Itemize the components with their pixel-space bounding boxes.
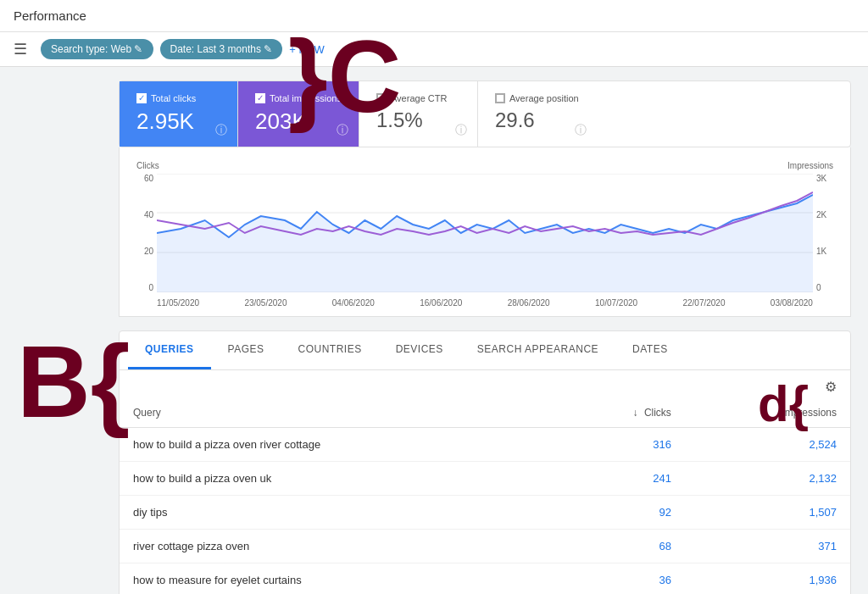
- cell-clicks: 316: [553, 428, 685, 462]
- table-actions: d{ ⚙: [120, 370, 850, 398]
- cell-query: diy tips: [120, 496, 553, 530]
- date-filter[interactable]: Date: Last 3 months ✎: [160, 39, 283, 59]
- checkbox-ctr: [376, 93, 387, 103]
- tab-countries[interactable]: COUNTRIES: [281, 331, 378, 369]
- metric-impressions-label: ✓ Total impressions: [255, 93, 342, 103]
- info-icon-impressions: ⓘ: [337, 123, 348, 138]
- table-section: B{ QUERIES PAGES COUNTRIES DEVICES SEARC…: [119, 330, 851, 594]
- main-content: A{ ✓ Total clicks 2.95K ⓘ: [0, 67, 868, 594]
- cell-impressions: 1,936: [685, 563, 850, 595]
- tab-pages[interactable]: PAGES: [211, 331, 281, 369]
- table-row[interactable]: how to build a pizza oven uk 241 2,132: [120, 462, 850, 496]
- metric-ctr-label: Average CTR: [376, 93, 460, 103]
- chart-svg-area: [157, 174, 813, 295]
- metrics-row: ✓ Total clicks 2.95K ⓘ ✓ Total impressio…: [119, 80, 851, 147]
- metric-average-ctr[interactable]: Average CTR 1.5% ⓘ: [359, 81, 478, 147]
- sort-down-icon: ↓: [633, 407, 638, 419]
- tab-queries[interactable]: QUERIES: [128, 331, 211, 369]
- y-right-labels: 3K 2K 1K 0: [816, 174, 833, 292]
- metrics-section: ✓ Total clicks 2.95K ⓘ ✓ Total impressio…: [119, 80, 851, 317]
- info-icon-position: ⓘ: [575, 123, 587, 138]
- cell-clicks: 68: [553, 530, 685, 563]
- tab-devices[interactable]: DEVICES: [379, 331, 460, 369]
- svg-marker-4: [157, 195, 813, 292]
- cell-impressions: 1,507: [685, 496, 850, 530]
- data-table: Query ↓ Clicks Impressions how to build …: [120, 398, 850, 594]
- checkbox-impressions: ✓: [255, 93, 265, 103]
- metric-clicks-label: ✓ Total clicks: [136, 93, 220, 103]
- cell-query: river cottage pizza oven: [120, 530, 553, 563]
- table-row[interactable]: how to build a pizza oven river cottage …: [120, 428, 850, 462]
- chart-container: Clicks Impressions 60 40 20 0: [119, 147, 851, 317]
- metric-clicks-value: 2.95K: [136, 108, 220, 135]
- search-type-filter[interactable]: Search type: Web ✎: [41, 39, 153, 59]
- cell-clicks: 92: [553, 496, 685, 530]
- metric-position-label: Average position: [495, 93, 580, 103]
- cell-clicks: 241: [553, 462, 685, 496]
- cell-impressions: 2,524: [685, 428, 850, 462]
- tabs-table-container: QUERIES PAGES COUNTRIES DEVICES SEARCH A…: [119, 330, 851, 594]
- metric-total-impressions[interactable]: ✓ Total impressions 203K ⓘ: [238, 81, 359, 147]
- y-left-labels: 60 40 20 0: [136, 174, 153, 292]
- metric-position-value: 29.6: [495, 108, 580, 132]
- toolbar: ☰ Search type: Web ✎ Date: Last 3 months…: [0, 32, 868, 67]
- deco-B: B{: [17, 330, 130, 432]
- cell-impressions: 2,132: [685, 462, 850, 496]
- col-header-query: Query: [120, 398, 553, 428]
- table-row[interactable]: diy tips 92 1,507: [120, 496, 850, 530]
- metric-total-clicks[interactable]: ✓ Total clicks 2.95K ⓘ: [120, 81, 238, 147]
- checkbox-clicks: ✓: [136, 93, 147, 103]
- metric-average-position[interactable]: Average position 29.6 ⓘ: [478, 81, 597, 147]
- hamburger-icon[interactable]: ☰: [14, 40, 27, 58]
- info-icon-ctr: ⓘ: [455, 123, 467, 138]
- y-axis-right-label: Impressions: [787, 161, 833, 170]
- tab-dates[interactable]: DATES: [615, 331, 685, 369]
- y-axis-left-label: Clicks: [136, 161, 159, 170]
- page-title: Performance: [0, 0, 868, 32]
- cell-query: how to build a pizza oven uk: [120, 462, 553, 496]
- chart-svg: [157, 174, 813, 292]
- table-row[interactable]: how to measure for eyelet curtains 36 1,…: [120, 563, 850, 595]
- new-button[interactable]: + NEW: [289, 43, 325, 56]
- cell-query: how to build a pizza oven river cottage: [120, 428, 553, 462]
- cell-query: how to measure for eyelet curtains: [120, 563, 553, 595]
- x-labels: 11/05/2020 23/05/2020 04/06/2020 16/06/2…: [136, 298, 833, 308]
- metric-impressions-value: 203K: [255, 108, 342, 135]
- col-header-clicks[interactable]: ↓ Clicks: [553, 398, 685, 428]
- checkbox-position: [495, 93, 505, 103]
- table-filter-icon[interactable]: ⚙: [825, 379, 837, 395]
- table-row[interactable]: river cottage pizza oven 68 371: [120, 530, 850, 563]
- col-header-impressions: Impressions: [685, 398, 850, 428]
- cell-impressions: 371: [685, 530, 850, 563]
- metric-ctr-value: 1.5%: [376, 108, 460, 132]
- info-icon-clicks: ⓘ: [215, 123, 227, 138]
- cell-clicks: 36: [553, 563, 685, 595]
- tab-search-appearance[interactable]: SEARCH APPEARANCE: [460, 331, 615, 369]
- tabs-row: QUERIES PAGES COUNTRIES DEVICES SEARCH A…: [120, 331, 850, 370]
